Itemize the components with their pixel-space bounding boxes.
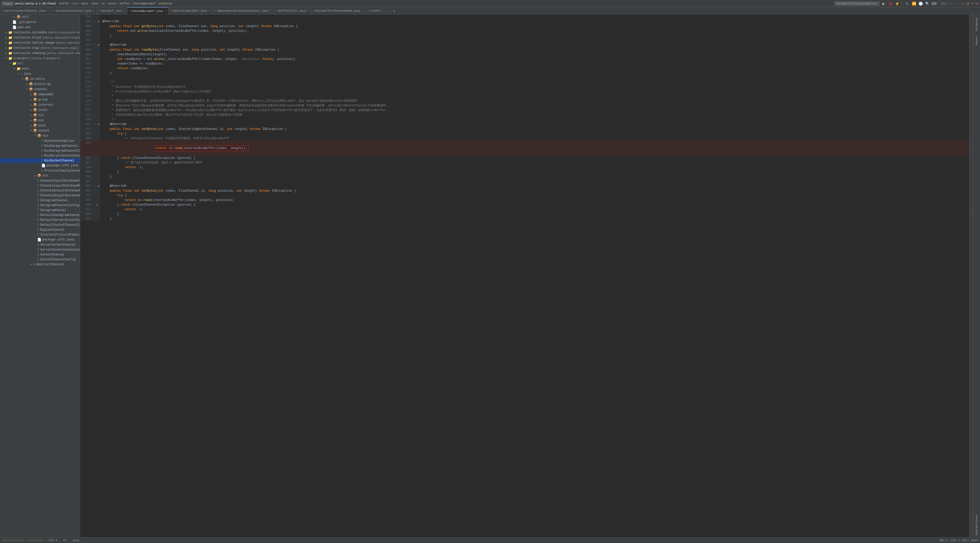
sidebar-item-NioSocketChannel[interactable]: C NioSocketChannel xyxy=(0,158,80,163)
line-number: 397 xyxy=(80,207,93,212)
sidebar-item-ChannelInputShutdownEvent[interactable]: C ChannelInputShutdownEvent xyxy=(0,178,80,183)
sidebar-item-transport[interactable]: ▼ 📁 transport [netty-transport] xyxy=(0,56,80,61)
tab-kqueue[interactable]: ● KQueueServerSocketChannel.java × xyxy=(212,7,274,14)
class-icon: C xyxy=(37,189,39,192)
sidebar-item-SocketChannelConfig[interactable]: I SocketChannelConfig xyxy=(0,257,80,262)
tab-overflow[interactable]: » xyxy=(391,8,397,14)
search-button[interactable]: 🔍 xyxy=(924,1,930,6)
class-icon: C xyxy=(41,144,43,148)
sidebar-item-pool[interactable]: ▶ 📦 pool xyxy=(0,123,80,128)
sidebar-item-main[interactable]: ▼ 📁 main xyxy=(0,66,80,71)
code-line-364: 364 ↑ ● @Override xyxy=(80,43,969,48)
sidebar-item-java[interactable]: ▼ ☕ java xyxy=(0,71,80,76)
sidebar-item-SocketChannel[interactable]: I SocketChannel xyxy=(0,252,80,257)
tab-bufferSlice[interactable]: ● BufferSlice.java × xyxy=(274,7,311,14)
sidebar-item-embedded[interactable]: ▶ 📦 embedded xyxy=(0,92,80,97)
sidebar-item-internal[interactable]: ▶ 📦 internal xyxy=(0,102,80,108)
sidebar-item-bootstrap[interactable]: ▶ 📦 bootstrap xyxy=(0,82,80,87)
sidebar-label-native: testsuite-native-image xyxy=(13,41,54,45)
line-code: @Override xyxy=(100,122,969,127)
sidebar-item-NioServerSocketChannel[interactable]: C NioServerSocketChannel xyxy=(0,153,80,158)
sidebar-module-transport: [netty-transport] xyxy=(31,57,60,60)
database-tab[interactable]: Database xyxy=(974,16,979,33)
run-button[interactable]: ⚡ xyxy=(894,1,900,6)
sidebar-item-package-info[interactable]: 📄 package-info.java xyxy=(0,163,80,168)
line-gutter xyxy=(93,165,100,170)
sidebar-item-socket[interactable]: ▼ 📦 socket xyxy=(0,128,80,133)
sidebar-item-DatagramChannel[interactable]: I DatagramChannel xyxy=(0,198,80,203)
sidebar-item-testsuite-osgi[interactable]: ▶ 📁 testsuite-osgi [netty-testsuite-osgi… xyxy=(0,46,80,51)
sidebar-item-testsuite-shading[interactable]: ▶ 📁 testsuite-shading [netty-testsuite-s… xyxy=(0,51,80,56)
code-line-394: 394 try { xyxy=(80,193,969,198)
breadcrumb-main: main xyxy=(81,2,88,5)
tab-abstractByteBuf[interactable]: ● AbstractByteBuf.java × xyxy=(168,7,212,14)
sidebar-item-ServerSocketChannelConfig[interactable]: I ServerSocketChannelConfig xyxy=(0,247,80,252)
sidebar-item-util[interactable]: ▶ 📦 util xyxy=(0,14,80,20)
sidebar-item-DatagramPacket[interactable]: C DatagramPacket xyxy=(0,208,80,213)
sidebar-item-package-info2[interactable]: 📄 package-info.java xyxy=(0,237,80,242)
sidebar-item-InternetProtocolFamily[interactable]: C InternetProtocolFamily xyxy=(0,232,80,237)
sidebar-item-local[interactable]: ▶ 📦 local xyxy=(0,108,80,113)
sidebar-item-DefaultServerSocketChannelConfig[interactable]: C DefaultServerSocketChannelConfig xyxy=(0,218,80,222)
sidebar-item-io-netty[interactable]: ▼ 📦 io.netty xyxy=(0,76,80,82)
sidebar-item-ChannelOutputShutdownException[interactable]: C ChannelOutputShutdownException xyxy=(0,193,80,198)
sidebar-item-oio-channel[interactable]: ▶ 📦 oio xyxy=(0,118,80,123)
history-button[interactable]: 🕐 xyxy=(918,1,923,6)
sidebar-label-pom: pom.xml xyxy=(18,25,30,29)
sidebar-item-NioDatagramChannelConfig[interactable]: C NioDatagramChannelConfig xyxy=(0,148,80,153)
tab-pooledByteBuf[interactable]: ● PooledByteBuf.java × xyxy=(127,7,168,14)
sidebar-item-testsuite-native-image[interactable]: ▶ 📁 testsuite-native-image [netty-testsu… xyxy=(0,40,80,46)
tab-serverSocketChannel[interactable]: ● ServerSocketChannel.java × xyxy=(0,7,51,14)
code-scroll[interactable]: 358 359 ↑ ● @Override xyxy=(80,14,969,537)
sidebar-label-util: util xyxy=(22,15,29,19)
sidebar-label-NioServerSocketChannel: NioServerSocketChannel xyxy=(45,154,80,157)
line-gutter xyxy=(93,94,100,99)
sidebar-label-osgi: testsuite-osgi xyxy=(13,46,40,50)
tab-byteBufferChannelRead[interactable]: ● ByteBufferChannelRead.java × xyxy=(311,7,366,14)
sidebar-item-testsuite-autobahn[interactable]: ▶ 📁 testsuite-autobahn [netty-testsuite-… xyxy=(0,30,80,35)
interface-icon: I xyxy=(37,257,39,262)
translate-button[interactable]: ⌨ xyxy=(931,1,937,6)
sidebar-item-nio-socket[interactable]: ▼ 📦 nio xyxy=(0,133,80,138)
line-number: 387 xyxy=(80,160,93,165)
interface-icon: I xyxy=(37,248,39,252)
sidebar-item-DefaultDatagramChannelConfig[interactable]: C DefaultDatagramChannelConfig xyxy=(0,213,80,218)
maven-tab[interactable]: Maven xyxy=(974,34,979,47)
sidebar-item-DuplexChannel[interactable]: I DuplexChannel xyxy=(0,227,80,232)
sidebar-item-group[interactable]: ▶ 📦 group xyxy=(0,97,80,102)
debug-button[interactable]: 🐞 xyxy=(888,1,893,6)
scrollbar-minimap[interactable] xyxy=(969,14,973,537)
sidebar-item-ChannelInputShutdownReadComplete[interactable]: C ChannelInputShutdownReadComple... xyxy=(0,183,80,188)
sidebar-label-http2: testsuite-http2 xyxy=(13,36,41,40)
sidebar-item-testsuite-http2[interactable]: ▶ 📁 testsuite-http2 [netty-testsuite-htt… xyxy=(0,35,80,40)
sidebar-item-ServerSocketChannel[interactable]: I ServerSocketChannel xyxy=(0,242,80,247)
tab-filech[interactable]: ⚠ FileCh... × xyxy=(366,7,391,14)
sidebar-item-pom[interactable]: 📄 pom.xml xyxy=(0,25,80,30)
run-config-selector[interactable]: ByteBufferAllocateDirect xyxy=(834,1,880,6)
rest-services-tab[interactable]: RestServices xyxy=(974,513,979,537)
sidebar-item-channel[interactable]: ▼ 📦 channel xyxy=(0,87,80,92)
sidebar-item-ChannelOutputShutdownEvent[interactable]: C ChannelOutputShutdownEvent xyxy=(0,188,80,193)
build-button[interactable]: ▶ xyxy=(881,1,886,6)
code-line-396: 396 ⚠ } catch (ClosedChannelException ig… xyxy=(80,203,969,207)
sidebar-item-DefaultSocketChannelConfig[interactable]: C DefaultSocketChannelConfig xyxy=(0,222,80,227)
tab-nioSocketChannel[interactable]: ● NioSocketChannel.java × xyxy=(51,7,97,14)
sidebar-item-NioDatagramChannel[interactable]: C NioDatagramChannel xyxy=(0,143,80,148)
sidebar-item-oio-socket[interactable]: ▶ 📦 oio xyxy=(0,173,80,178)
sidebar-item-ProtocolFamilyConverter[interactable]: C ProtocolFamilyConverter xyxy=(0,168,80,173)
tab-byteBuf[interactable]: ● ByteBuf.java × xyxy=(97,7,127,14)
rollback-button[interactable]: ⏪ xyxy=(911,1,917,6)
sidebar-item-AbstractChannel[interactable]: ▶ A AbstractChannel xyxy=(0,262,80,267)
sidebar-item-nio-channel[interactable]: ▶ 📦 nio xyxy=(0,113,80,118)
line-code: public final int setBytes(int index, Fil… xyxy=(100,189,969,193)
sidebar-item-NioChannelOption[interactable]: C NioChannelOption xyxy=(0,138,80,143)
project-dropdown[interactable]: Project xyxy=(2,1,14,6)
tree-arrow-util: ▶ xyxy=(13,16,16,19)
line-number: 371 xyxy=(80,75,93,80)
sidebar-label-InternetProtocolFamily: InternetProtocolFamily xyxy=(40,233,80,237)
line-code: try { xyxy=(100,193,969,198)
update-button[interactable]: ↻ xyxy=(904,1,910,6)
sidebar-item-src[interactable]: ▼ 📁 src xyxy=(0,61,80,66)
sidebar-item-gitignore[interactable]: 📄 .gitignore xyxy=(0,20,80,25)
sidebar-item-DatagramChannelConfig[interactable]: I DatagramChannelConfig xyxy=(0,203,80,208)
